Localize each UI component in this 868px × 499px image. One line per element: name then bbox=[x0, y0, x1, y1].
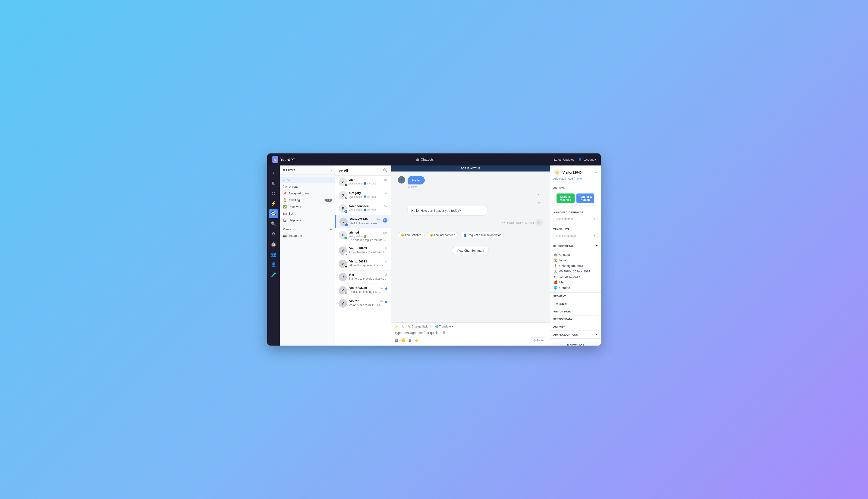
sidebar-flask-btn[interactable]: 🧪 bbox=[269, 270, 278, 279]
apple-icon: 🍎 bbox=[553, 280, 557, 284]
edit-visitor-btn[interactable]: ✏ bbox=[595, 171, 597, 174]
note-label: Note bbox=[537, 339, 544, 342]
session-detail-section[interactable]: SESSION DETAIL ▾ bbox=[550, 242, 601, 250]
filter-all-label: All bbox=[287, 178, 290, 182]
chat-item-visitor33379[interactable]: V 🇮🇳 Visitor33379 2w Thanks for sharing … bbox=[335, 284, 391, 297]
grid-icon[interactable]: ⊞ bbox=[408, 338, 412, 342]
chat-item-visitor28969[interactable]: V 🇮🇳 Visitor28969 1h Okay, feel free to … bbox=[335, 244, 391, 257]
note-btn[interactable]: 📎 Note bbox=[530, 338, 546, 343]
add-view-btn[interactable]: + bbox=[330, 227, 332, 231]
chat-preview-raf: I'm here to provide guidance ... bbox=[349, 277, 388, 280]
sidebar-search-btn[interactable]: 🔍 bbox=[269, 219, 278, 229]
sidebar-bot-btn[interactable]: 🤖 bbox=[269, 240, 278, 249]
sidebar-radio-btn[interactable]: ◎ bbox=[269, 188, 278, 198]
chat-item-visitor[interactable]: V Visitor 2h As an AI for YourGPT, I don… bbox=[335, 297, 391, 310]
more-options-btn[interactable]: ⋮ bbox=[536, 192, 540, 197]
visitor-data-section[interactable]: VISITOR DATA ‹ bbox=[550, 308, 601, 315]
filter-assigned-icon: 📌 bbox=[283, 192, 287, 195]
seen-time: 6:40 PM bbox=[522, 221, 532, 224]
chat-info-visitor28969: Visitor28969 1h Okay, feel free to ask! … bbox=[349, 246, 388, 254]
translate-btn[interactable]: 🌐 Translate ▾ bbox=[435, 325, 453, 328]
chat-name-visitor50313: Visitor50313 bbox=[349, 260, 367, 263]
chat-item-fabio[interactable]: F H fabio fonseca 6m Assigned to 🔵 @Rohi… bbox=[335, 202, 391, 215]
chat-item-raf[interactable]: R Raf 2h I'm here to provide guidance ..… bbox=[335, 270, 391, 284]
filter-awaiting[interactable]: ⏳ Awaiting 182 bbox=[280, 197, 335, 204]
account-btn[interactable]: 👤 Account ▾ bbox=[578, 158, 596, 161]
chat-search-btn[interactable]: 🔍 bbox=[383, 168, 388, 173]
filter-helpdesk[interactable]: 🎧 Helpdesk bbox=[280, 217, 335, 223]
mark-resolved-btn[interactable]: Mark as resolved bbox=[557, 194, 574, 203]
activity-section[interactable]: ACTIVITY ‹ bbox=[550, 323, 601, 331]
sidebar-lightning-btn[interactable]: ⚡ bbox=[269, 199, 278, 208]
view-logs-btn[interactable]: ≡ View Logs bbox=[553, 341, 597, 345]
quick-reply-human[interactable]: 👤 Request a human operator bbox=[460, 232, 504, 239]
icon-sidebar: ‹ ⊞ ◎ ⚡ 💬 9+ 🔍 ⚙ 🤖 👥 👤 🧪 bbox=[267, 166, 280, 345]
detail-city: 📍 Chandigarh, India bbox=[553, 263, 597, 268]
transcript-label: TRANSCRIPT bbox=[553, 303, 570, 305]
transfer-human-btn[interactable]: Transfer to human bbox=[576, 194, 594, 203]
quick-reply-satisfied[interactable]: 😊 I am satisfied bbox=[398, 232, 425, 239]
image-icon[interactable]: 🖼 bbox=[395, 338, 399, 342]
format-btn[interactable]: A bbox=[402, 325, 404, 328]
sidebar-grid-btn[interactable]: ⊞ bbox=[269, 179, 278, 188]
app-logo: 🤖 YourGPT bbox=[272, 156, 295, 163]
chat-assigned-zain: Assigned to 👤 @Rohit bbox=[349, 182, 388, 185]
lightning-icon[interactable]: ⚡ bbox=[414, 338, 419, 342]
top-nav: 🤖 YourGPT 🤖 Chatbots Latest Updates 👤 Ac… bbox=[267, 154, 601, 166]
add-email-btn[interactable]: Add email bbox=[553, 177, 566, 180]
sidebar-settings-btn[interactable]: ⚙ bbox=[269, 229, 278, 239]
visitor-data-label: VISITOR DATA bbox=[553, 310, 571, 313]
avatar-visitor28969: V 🇮🇳 bbox=[338, 246, 347, 255]
advance-options-section[interactable]: ADVANCE OPTIONS ▾ bbox=[550, 331, 601, 339]
filter-header: ≡ Filters ‹ bbox=[280, 166, 335, 175]
filter-unread[interactable]: 💬 Unread bbox=[280, 183, 335, 190]
chat-preview-visitor: As an AI for YourGPT, I don't... bbox=[349, 303, 383, 307]
info-icon[interactable]: ℹ bbox=[533, 221, 534, 224]
session-data-section[interactable]: SESSION DATA ‹ bbox=[550, 315, 601, 323]
segment-section[interactable]: SEGMENT ‹ bbox=[550, 293, 601, 300]
view-summary-btn[interactable]: View Chat Summary bbox=[452, 247, 489, 254]
change-style-btn[interactable]: ✏️ Change Style ⇅ bbox=[407, 325, 431, 328]
edit-icon[interactable]: ✏ bbox=[537, 201, 540, 205]
filter-all[interactable]: ○ All bbox=[280, 177, 335, 183]
filter-awaiting-label: Awaiting bbox=[288, 198, 300, 202]
india-flag-icon: 🇮🇳 bbox=[553, 258, 557, 262]
chat-item-zain[interactable]: Z 🇵🇰 Zain 1m Assigned to 👤 @Rohit bbox=[335, 176, 391, 189]
filter-all-icon: ○ bbox=[283, 178, 285, 182]
chat-item-ahmed[interactable]: a ● ahmed 29m Assigned to 🟢 The queued r… bbox=[335, 229, 391, 244]
sidebar-chat-btn[interactable]: 💬 9+ bbox=[269, 209, 278, 218]
chat-item-visitor22940[interactable]: V H Visitor22940 19m Hello! How can I as… bbox=[335, 215, 391, 229]
sidebar-collapse-btn[interactable]: ‹ bbox=[269, 168, 278, 178]
chat-item-gregory[interactable]: G 🇬🇧 Gregory 5m Assigned to 👤 @Rohit bbox=[335, 189, 391, 202]
message-row-greeting: 👤 Hello 6:40 PM bbox=[398, 176, 543, 188]
sidebar-people-btn[interactable]: 👥 bbox=[269, 250, 278, 259]
chatbots-label[interactable]: Chatbots bbox=[421, 158, 434, 161]
emoji-icon[interactable]: 😊 bbox=[401, 338, 406, 342]
avatar-ahmed: a ● bbox=[338, 231, 347, 239]
add-phone-btn[interactable]: Add Phone bbox=[568, 177, 582, 180]
filter-resolved-label: Resolved bbox=[288, 205, 301, 208]
edit-btn-row: ✏ bbox=[398, 201, 543, 205]
filter-collapse-btn[interactable]: ‹ bbox=[331, 169, 332, 172]
assigned-member-select[interactable]: Select member... ▾ bbox=[553, 216, 597, 222]
filter-bot[interactable]: 🤖 Bot bbox=[280, 210, 335, 217]
unread-dot-visitor bbox=[385, 301, 388, 303]
filter-assigned-to-me[interactable]: 📌 Assigned to me bbox=[280, 190, 335, 197]
location-icon: 📍 bbox=[553, 264, 557, 268]
latest-updates-btn[interactable]: Latest Updates bbox=[554, 158, 574, 161]
filter-resolved[interactable]: ✅ Resolved bbox=[280, 204, 335, 210]
transcript-section[interactable]: TRANSCRIPT ‹ bbox=[550, 300, 601, 308]
view-instagram[interactable]: 📸 Instagram bbox=[280, 232, 335, 239]
language-select[interactable]: Select language ▾ bbox=[553, 233, 597, 239]
visitor-avatar-row: 🌟 Visitor22940 bbox=[553, 169, 582, 176]
gear-avatar[interactable]: ⚙ bbox=[535, 219, 543, 226]
chrome-icon: 🌐 bbox=[553, 286, 557, 290]
detail-ip: IP 124.253.120.67 bbox=[553, 274, 597, 279]
greeting-bubble: Hello bbox=[408, 176, 425, 184]
chat-messages: 👤 Hello 6:40 PM ⋮ ✏ Hello! How can I ass… bbox=[391, 171, 550, 322]
message-input[interactable] bbox=[395, 330, 546, 336]
sparkle-btn[interactable]: ✨ bbox=[395, 325, 398, 328]
chat-item-visitor50313[interactable]: V 🇩🇪 Visitor50313 1h AI credits represen… bbox=[335, 257, 391, 270]
sidebar-person-btn[interactable]: 👤 bbox=[269, 260, 278, 269]
quick-reply-not-satisfied[interactable]: 😕 I am not satisfied bbox=[427, 232, 458, 239]
